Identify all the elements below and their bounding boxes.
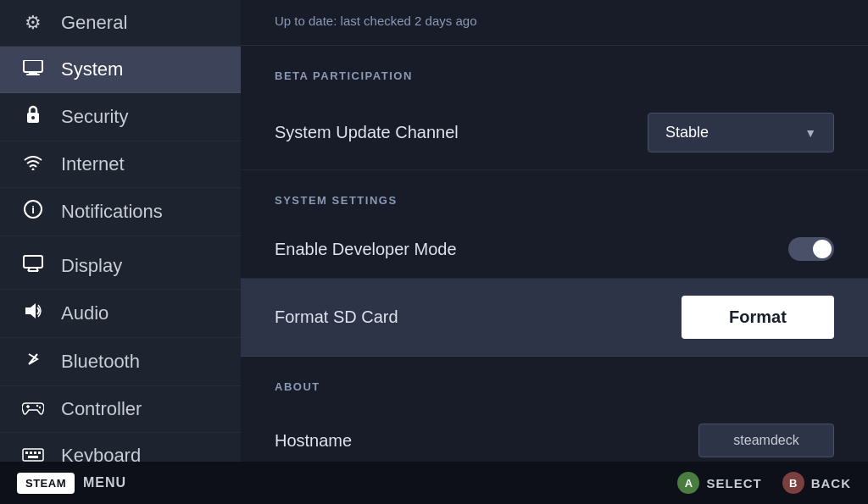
- about-header: ABOUT: [241, 357, 868, 407]
- steam-button[interactable]: STEAM MENU: [17, 473, 126, 494]
- svg-point-5: [32, 169, 35, 171]
- sidebar-item-controller[interactable]: Controller: [0, 386, 241, 433]
- main-area: ⚙ General System Security: [0, 0, 868, 462]
- a-label: A: [685, 477, 693, 490]
- audio-icon: [20, 302, 46, 325]
- content-area: Up to date: last checked 2 days ago BETA…: [241, 0, 868, 462]
- sidebar-item-security[interactable]: Security: [0, 93, 241, 141]
- select-label: SELECT: [706, 476, 761, 490]
- svg-point-4: [31, 116, 35, 119]
- svg-text:i: i: [31, 203, 35, 216]
- svg-rect-14: [23, 449, 43, 461]
- info-icon: i: [20, 200, 46, 224]
- sidebar-label-system: System: [61, 58, 123, 80]
- sidebar-label-general: General: [61, 12, 127, 34]
- svg-rect-16: [30, 451, 32, 454]
- display-icon: [20, 255, 46, 277]
- lock-icon: [20, 105, 46, 129]
- svg-marker-9: [25, 303, 36, 318]
- b-label: B: [789, 477, 797, 490]
- sidebar-item-bluetooth[interactable]: Bluetooth: [0, 338, 241, 386]
- svg-point-12: [36, 405, 38, 407]
- hostname-label: Hostname: [275, 431, 352, 451]
- svg-rect-19: [28, 456, 38, 458]
- channel-value: Stable: [665, 124, 709, 141]
- back-label: BACK: [811, 476, 851, 490]
- hostname-row: Hostname steamdeck: [241, 407, 868, 462]
- sidebar-label-internet: Internet: [61, 153, 125, 175]
- sidebar-item-audio[interactable]: Audio: [0, 290, 241, 338]
- bottom-controls: A SELECT B BACK: [677, 472, 851, 494]
- sidebar-label-keyboard: Keyboard: [61, 445, 141, 462]
- a-button-icon: A: [677, 472, 699, 494]
- sidebar-item-display[interactable]: Display: [0, 243, 241, 290]
- select-control: A SELECT: [677, 472, 761, 494]
- svg-rect-15: [25, 451, 28, 454]
- developer-mode-toggle[interactable]: [788, 237, 834, 261]
- sidebar-item-keyboard[interactable]: Keyboard: [0, 433, 241, 462]
- sidebar-label-bluetooth: Bluetooth: [61, 351, 140, 373]
- sidebar-label-controller: Controller: [61, 398, 142, 420]
- steam-logo: STEAM: [17, 473, 75, 494]
- svg-point-13: [39, 407, 41, 408]
- sidebar-item-notifications[interactable]: i Notifications: [0, 188, 241, 236]
- channel-dropdown[interactable]: Stable ▼: [648, 113, 834, 152]
- gear-icon: ⚙: [20, 12, 46, 34]
- controller-icon: [20, 398, 46, 420]
- svg-rect-18: [38, 451, 41, 454]
- sidebar-label-notifications: Notifications: [61, 201, 163, 223]
- hostname-value: steamdeck: [698, 424, 834, 457]
- toggle-knob: [813, 240, 832, 258]
- svg-rect-17: [34, 451, 36, 454]
- sidebar-label-display: Display: [61, 255, 122, 277]
- sidebar-item-general[interactable]: ⚙ General: [0, 0, 241, 47]
- b-button-icon: B: [782, 472, 804, 494]
- update-status: Up to date: last checked 2 days ago: [241, 0, 868, 46]
- svg-rect-2: [26, 74, 40, 75]
- wifi-icon: [20, 153, 46, 175]
- developer-mode-label: Enable Developer Mode: [275, 240, 457, 259]
- bottom-bar: STEAM MENU A SELECT B BACK: [0, 462, 868, 504]
- sidebar: ⚙ General System Security: [0, 0, 241, 462]
- format-sd-row: Format SD Card Format: [241, 279, 868, 357]
- system-settings-header: SYSTEM SETTINGS: [241, 170, 868, 220]
- sidebar-label-security: Security: [61, 106, 128, 128]
- format-sd-label: Format SD Card: [275, 307, 398, 327]
- bluetooth-icon: [20, 350, 46, 374]
- svg-rect-0: [24, 60, 42, 72]
- channel-setting-row: System Update Channel Stable ▼: [241, 96, 868, 170]
- channel-label: System Update Channel: [275, 123, 459, 142]
- sidebar-item-system[interactable]: System: [0, 47, 241, 93]
- svg-rect-8: [24, 256, 42, 268]
- menu-label: MENU: [83, 475, 126, 490]
- back-control: B BACK: [782, 472, 851, 494]
- svg-rect-1: [29, 72, 37, 74]
- format-button[interactable]: Format: [682, 296, 834, 339]
- sidebar-item-internet[interactable]: Internet: [0, 141, 241, 188]
- beta-section-header: BETA PARTICIPATION: [241, 46, 868, 96]
- developer-mode-row: Enable Developer Mode: [241, 220, 868, 279]
- sidebar-label-audio: Audio: [61, 302, 108, 324]
- keyboard-icon: [20, 445, 46, 462]
- monitor-icon: [20, 58, 46, 80]
- dropdown-arrow-icon: ▼: [804, 126, 816, 140]
